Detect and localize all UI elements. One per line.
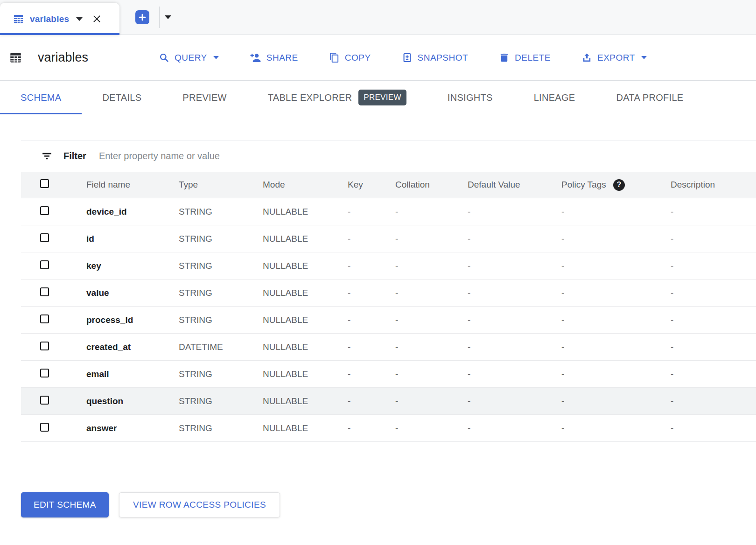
type-cell: STRING	[179, 369, 263, 379]
row-checkbox-cell	[21, 342, 86, 353]
row-checkbox-cell	[21, 233, 86, 245]
field-name-cell: email	[86, 369, 179, 379]
tab-table-explorer[interactable]: TABLE EXPLORER PREVIEW	[247, 81, 427, 114]
tab-preview-label: PREVIEW	[182, 92, 226, 103]
mode-cell: NULLABLE	[263, 423, 348, 433]
tab-caret-icon[interactable]	[76, 17, 83, 21]
tab-data-profile-label: DATA PROFILE	[616, 92, 683, 103]
row-checkbox[interactable]	[40, 396, 49, 405]
col-default-value: Default Value	[468, 180, 561, 190]
mode-cell: NULLABLE	[263, 396, 348, 406]
default-value-cell: -	[468, 207, 561, 217]
row-checkbox-cell	[21, 206, 86, 217]
filter-label: Filter	[63, 151, 86, 161]
col-mode: Mode	[263, 180, 348, 190]
collation-cell: -	[395, 342, 468, 352]
row-checkbox[interactable]	[40, 369, 49, 377]
select-all-checkbox[interactable]	[40, 179, 49, 188]
page-header: variables QUERY SHARE	[0, 35, 756, 81]
collation-cell: -	[395, 288, 468, 298]
share-button[interactable]: SHARE	[250, 52, 298, 63]
table-row: device_id STRING NULLABLE - - - - -	[21, 198, 756, 225]
policy-tags-cell: -	[561, 342, 671, 352]
caret-down-icon	[641, 56, 647, 59]
row-checkbox-cell	[21, 369, 86, 380]
description-cell: -	[671, 288, 756, 298]
export-icon	[581, 52, 592, 63]
policy-tags-cell: -	[561, 207, 671, 217]
caret-down-icon	[213, 56, 219, 59]
tab-table-explorer-label: TABLE EXPLORER	[268, 92, 352, 103]
table-row: id STRING NULLABLE - - - - -	[21, 225, 756, 252]
export-button[interactable]: EXPORT	[581, 52, 647, 63]
tab-details[interactable]: DETAILS	[82, 81, 162, 114]
row-checkbox-cell	[21, 396, 86, 407]
header-actions: QUERY SHARE COPY	[159, 35, 647, 80]
col-field-name: Field name	[86, 180, 179, 190]
field-name-cell: answer	[86, 423, 179, 433]
delete-button[interactable]: DELETE	[499, 52, 551, 63]
page-title: variables	[38, 50, 88, 65]
mode-cell: NULLABLE	[263, 342, 348, 352]
collation-cell: -	[395, 396, 468, 406]
row-checkbox[interactable]	[40, 206, 49, 215]
table-grid-icon	[13, 14, 24, 24]
key-cell: -	[348, 234, 395, 244]
tab-insights-label: INSIGHTS	[448, 92, 493, 103]
key-cell: -	[348, 369, 395, 379]
tab-strip: variables	[0, 0, 756, 35]
table-row: answer STRING NULLABLE - - - - -	[21, 415, 756, 442]
type-cell: DATETIME	[179, 342, 263, 352]
key-cell: -	[348, 396, 395, 406]
tab-preview[interactable]: PREVIEW	[162, 81, 247, 114]
tab-label: variables	[30, 14, 69, 24]
table-header-row: Field name Type Mode Key Collation Defau…	[21, 172, 756, 198]
strip-divider	[159, 7, 160, 28]
snapshot-button[interactable]: SNAPSHOT	[402, 52, 469, 63]
tab-lineage[interactable]: LINEAGE	[513, 81, 596, 114]
row-checkbox[interactable]	[40, 233, 49, 242]
tab-data-profile[interactable]: DATA PROFILE	[595, 81, 704, 114]
filter-input[interactable]	[99, 151, 426, 161]
preview-badge: PREVIEW	[358, 90, 406, 105]
section-tabs: SCHEMA DETAILS PREVIEW TABLE EXPLORER PR…	[0, 81, 756, 114]
key-cell: -	[348, 207, 395, 217]
view-row-access-policies-button[interactable]: VIEW ROW ACCESS POLICIES	[119, 492, 280, 517]
default-value-cell: -	[468, 423, 561, 433]
filter-bar: Filter	[21, 140, 756, 172]
table-row: value STRING NULLABLE - - - - -	[21, 279, 756, 307]
delete-label: DELETE	[515, 53, 551, 63]
tab-list-caret-icon[interactable]	[165, 15, 171, 19]
key-cell: -	[348, 423, 395, 433]
mode-cell: NULLABLE	[263, 369, 348, 379]
col-policy-tags: Policy Tags ?	[561, 179, 671, 191]
new-tab-button[interactable]	[135, 10, 149, 24]
tab-close-icon[interactable]	[92, 14, 102, 24]
field-name-cell: device_id	[86, 207, 179, 217]
row-checkbox[interactable]	[40, 287, 49, 296]
open-table-tab[interactable]: variables	[0, 3, 119, 35]
tab-insights[interactable]: INSIGHTS	[427, 81, 513, 114]
key-cell: -	[348, 315, 395, 325]
help-icon[interactable]: ?	[613, 179, 625, 191]
row-checkbox[interactable]	[40, 314, 49, 323]
default-value-cell: -	[468, 315, 561, 325]
table-grid-icon	[9, 51, 22, 64]
copy-button[interactable]: COPY	[329, 52, 371, 63]
col-description: Description	[671, 180, 756, 190]
mode-cell: NULLABLE	[263, 207, 348, 217]
row-checkbox[interactable]	[40, 423, 49, 432]
description-cell: -	[671, 396, 756, 406]
edit-schema-button[interactable]: EDIT SCHEMA	[21, 492, 109, 517]
default-value-cell: -	[468, 342, 561, 352]
description-cell: -	[671, 423, 756, 433]
query-button[interactable]: QUERY	[159, 52, 219, 63]
snapshot-label: SNAPSHOT	[418, 53, 469, 63]
tab-schema[interactable]: SCHEMA	[0, 81, 82, 114]
default-value-cell: -	[468, 288, 561, 298]
type-cell: STRING	[179, 234, 263, 244]
row-checkbox[interactable]	[40, 260, 49, 269]
description-cell: -	[671, 207, 756, 217]
type-cell: STRING	[179, 261, 263, 271]
row-checkbox[interactable]	[40, 342, 49, 350]
